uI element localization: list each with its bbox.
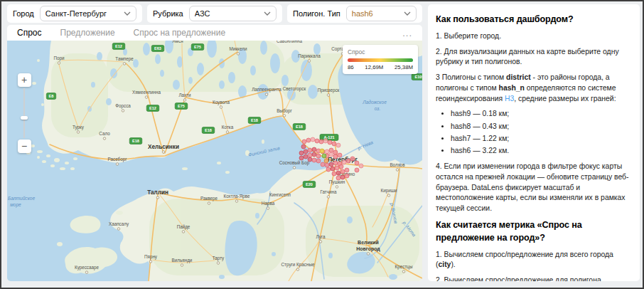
heat-dot[interactable] [332, 142, 336, 146]
heat-dot[interactable] [333, 161, 338, 165]
city-marker [217, 262, 219, 264]
city-label: Хельсинки [148, 144, 179, 150]
heat-dot[interactable] [312, 147, 316, 152]
heat-dot[interactable] [324, 159, 328, 163]
city-marker [308, 60, 310, 62]
tabs-more-icon[interactable]: ... [402, 28, 412, 38]
heat-dot[interactable] [304, 149, 308, 154]
tab-спрос[interactable]: Спрос [17, 28, 42, 38]
zoom-out-button[interactable]: − [18, 140, 31, 153]
city-label: Турку [73, 125, 85, 130]
city-label: Сосновый Бор [279, 160, 310, 166]
road-badge-label: Е75 [194, 45, 201, 49]
heat-dot[interactable] [312, 158, 316, 162]
city-label: Таллин [147, 189, 168, 196]
zoom-slider[interactable] [23, 88, 25, 138]
filter-polygon-type-select[interactable]: hash6 [346, 6, 417, 21]
city-label: Новгород [356, 246, 380, 252]
heat-dot[interactable] [329, 152, 333, 157]
heat-dot[interactable] [316, 154, 321, 158]
heat-dot[interactable] [329, 162, 333, 167]
heat-dot[interactable] [336, 176, 340, 180]
heat-dot[interactable] [315, 139, 319, 143]
heat-dot[interactable] [332, 172, 336, 176]
heat-dot[interactable] [299, 156, 304, 160]
heat-dot[interactable] [322, 154, 326, 158]
city-marker [293, 167, 295, 169]
city-marker [283, 115, 285, 117]
heat-dot[interactable] [335, 166, 339, 170]
road-badge-label: Е12 [115, 44, 122, 48]
heat-dot[interactable] [302, 140, 306, 144]
help-list-item: hash9 — 0.18 км; [451, 109, 632, 120]
heat-dot[interactable] [345, 168, 349, 172]
heat-dot[interactable] [319, 140, 323, 144]
road-badge-label: Е105 [414, 75, 422, 79]
city-marker [182, 231, 184, 233]
map-canvas: Е12Е63Е75Е12Е75Е8Е18Е18Е18Е18А-121Е20Е10… [7, 41, 422, 281]
city-label: Ямся [172, 41, 183, 43]
city-marker [58, 62, 60, 64]
heat-dot[interactable] [321, 162, 325, 167]
filter-city: ГородСанкт-Петербург [7, 4, 142, 23]
zoom-slider-handle[interactable] [21, 116, 28, 120]
heat-dot[interactable] [304, 154, 308, 159]
tab-предложение[interactable]: Предложение [60, 28, 115, 38]
water-label: оз. [375, 106, 381, 111]
heat-dot[interactable] [312, 152, 316, 157]
heat-dot[interactable] [326, 167, 331, 172]
heat-dot[interactable] [336, 143, 340, 147]
city-marker [327, 196, 329, 198]
heat-dot[interactable] [308, 157, 312, 162]
heat-dot[interactable] [339, 164, 343, 169]
road-badge-label: Е8 [49, 94, 54, 98]
heat-dot[interactable] [345, 174, 349, 178]
heat-dot[interactable] [346, 159, 350, 163]
heat-dot[interactable] [308, 148, 312, 152]
heat-dot[interactable] [350, 157, 355, 161]
zoom-in-button[interactable]: + [18, 73, 31, 87]
map[interactable]: Е12Е63Е75Е12Е75Е8Е18Е18Е18Е18А-121Е20Е10… [7, 41, 422, 281]
heat-dot[interactable] [355, 168, 359, 172]
heat-dot[interactable] [306, 138, 311, 142]
help-heading: Как пользоваться дашбордом? [436, 14, 632, 26]
heat-dot[interactable] [299, 151, 304, 155]
city-label: Приозерск [318, 88, 340, 93]
heat-dot[interactable] [331, 167, 335, 171]
heat-dot[interactable] [333, 150, 338, 154]
city-label: Лахти [178, 93, 191, 98]
filter-city-select[interactable]: Санкт-Петербург [40, 6, 136, 21]
legend-title: Спрос [348, 48, 413, 56]
city-marker [183, 99, 186, 101]
heat-dot[interactable] [336, 171, 340, 175]
city-marker [85, 271, 87, 273]
heat-dot[interactable] [308, 153, 312, 157]
heat-dot[interactable] [320, 149, 324, 153]
h3-link[interactable]: H3 [505, 95, 514, 103]
city-label: Тампере [115, 56, 134, 62]
heat-dot[interactable] [325, 163, 329, 167]
filter-rubric-label: Рубрика [153, 9, 183, 18]
tab-спрос-на-предложение[interactable]: Спрос на предложение [134, 28, 225, 38]
heat-dot[interactable] [333, 154, 338, 159]
heat-dot[interactable] [325, 149, 329, 154]
heat-dot[interactable] [340, 175, 345, 179]
heat-dot[interactable] [301, 144, 306, 149]
city-marker [267, 207, 269, 209]
heat-dot[interactable] [311, 137, 315, 142]
heat-dot[interactable] [316, 159, 321, 163]
heat-dot[interactable] [338, 153, 342, 157]
filter-rubric-select[interactable]: АЗС [189, 6, 277, 21]
city-marker [226, 131, 228, 133]
city-label: Гатчина [320, 189, 337, 194]
heat-dot[interactable] [329, 148, 333, 152]
city-label: Париккала [298, 53, 321, 59]
heat-dot[interactable] [340, 169, 345, 174]
heat-dot[interactable] [355, 161, 359, 165]
heat-dot[interactable] [342, 160, 346, 164]
city-label: Расеборг [108, 157, 128, 162]
city-marker [396, 169, 398, 171]
heat-dot[interactable] [359, 164, 363, 168]
heat-dot[interactable] [328, 140, 332, 144]
heat-dot[interactable] [323, 139, 328, 143]
